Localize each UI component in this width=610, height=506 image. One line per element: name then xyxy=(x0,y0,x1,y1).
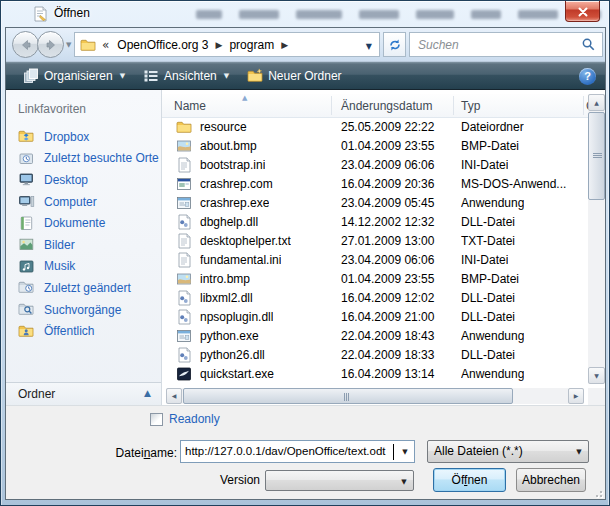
version-dropdown-icon[interactable]: ▼ xyxy=(396,472,412,489)
file-date: 23.04.2009 06:06 xyxy=(341,253,434,267)
horizontal-scroll-thumb[interactable] xyxy=(183,388,513,404)
file-date: 16.04.2009 21:00 xyxy=(341,310,434,324)
sidebar-item-computer[interactable]: Computer xyxy=(6,191,161,213)
table-row[interactable]: crashrep.com16.04.2009 20:36MS-DOS-Anwen… xyxy=(162,175,588,194)
breadcrumb[interactable]: « OpenOffice.org 3 ▶ program ▶ ▼ xyxy=(74,32,380,57)
file-type: Anwendung xyxy=(461,196,524,210)
file-name: about.bmp xyxy=(200,139,257,153)
sidebar-item-dropbox[interactable]: Dropbox xyxy=(6,126,161,148)
vertical-scroll-thumb[interactable] xyxy=(588,112,605,200)
image-file-icon xyxy=(176,271,192,287)
file-name: libxml2.dll xyxy=(200,291,253,305)
forward-button[interactable] xyxy=(37,31,64,58)
scroll-left-icon[interactable]: ◀ xyxy=(166,388,182,404)
sidebar-item-desktop[interactable]: Desktop xyxy=(6,169,161,191)
search-input[interactable]: Suchen xyxy=(409,32,603,57)
close-button[interactable] xyxy=(565,1,600,22)
help-button[interactable]: ? xyxy=(579,68,596,85)
new-folder-button[interactable]: Neuer Ordner xyxy=(238,65,350,87)
sidebar-item-label: Dropbox xyxy=(44,130,89,144)
computer-icon xyxy=(18,193,35,210)
sidebar-item-label: Öffentlich xyxy=(44,324,94,338)
sidebar-item-zuletzt-besuchte-orte[interactable]: Zuletzt besuchte Orte xyxy=(6,148,161,170)
column-header-date[interactable]: Änderungsdatum xyxy=(341,99,432,113)
sidebar-item-label: Musik xyxy=(44,259,75,273)
scroll-right-icon[interactable]: ▶ xyxy=(568,388,584,404)
readonly-checkbox[interactable] xyxy=(150,413,163,426)
filename-dropdown-icon[interactable]: ▼ xyxy=(397,442,413,461)
column-header-name[interactable]: Name xyxy=(174,99,206,113)
search-icon[interactable] xyxy=(581,37,596,56)
sidebar-item-suchvorgänge[interactable]: Suchvorgänge xyxy=(6,299,161,321)
file-name: python.exe xyxy=(200,329,259,343)
breadcrumb-separator-icon[interactable]: ▶ xyxy=(209,40,230,50)
table-row[interactable]: intro.bmp01.04.2009 23:55BMP-Datei xyxy=(162,270,588,289)
breadcrumb-item[interactable]: OpenOffice.org 3 xyxy=(111,38,208,52)
table-row[interactable]: resource25.05.2009 22:22Dateiordner xyxy=(162,118,588,137)
refresh-button[interactable] xyxy=(383,32,406,57)
filetype-dropdown-icon[interactable]: ▼ xyxy=(571,442,587,461)
column-divider[interactable] xyxy=(453,96,454,115)
file-type: INI-Datei xyxy=(461,253,508,267)
table-row[interactable]: python26.dll22.04.2009 18:33DLL-Datei xyxy=(162,346,588,365)
filetype-select[interactable]: Alle Dateien (*.*) ▼ xyxy=(427,440,589,463)
table-row[interactable]: desktophelper.txt27.01.2009 13:00TXT-Dat… xyxy=(162,232,588,251)
horizontal-scrollbar[interactable]: ◀ ▶ xyxy=(166,388,584,404)
breadcrumb-item[interactable]: program xyxy=(229,38,274,52)
history-dropdown-icon[interactable]: ▼ xyxy=(66,41,71,49)
filetype-value: Alle Dateien (*.*) xyxy=(434,444,523,458)
chevron-down-icon: ▼ xyxy=(120,72,125,80)
table-row[interactable]: about.bmp01.04.2009 23:55BMP-Datei xyxy=(162,137,588,156)
file-date: 27.01.2009 13:00 xyxy=(341,234,434,248)
organize-button[interactable]: Organisieren ▼ xyxy=(14,65,134,87)
version-select[interactable]: ▼ xyxy=(265,470,414,491)
resize-grip-icon[interactable] xyxy=(592,487,602,497)
back-button[interactable] xyxy=(12,31,39,58)
table-row[interactable]: npsoplugin.dll16.04.2009 21:00DLL-Datei xyxy=(162,308,588,327)
dll-file-icon xyxy=(176,347,192,363)
scroll-down-icon[interactable]: ▼ xyxy=(588,367,605,384)
filename-value[interactable]: http://127.0.0.1/dav/OpenOffice/text.odt xyxy=(185,445,386,457)
column-header-type[interactable]: Typ xyxy=(461,99,480,113)
column-divider[interactable] xyxy=(583,96,584,115)
sidebar-item-label: Computer xyxy=(44,195,97,209)
cancel-button[interactable]: Abbrechen xyxy=(516,468,586,492)
version-label: Version xyxy=(220,473,254,487)
column-divider[interactable] xyxy=(331,96,332,115)
folders-expander[interactable]: Ordner ▲ xyxy=(6,382,161,405)
views-button[interactable]: Ansichten ▼ xyxy=(134,65,238,87)
text-file-icon xyxy=(176,233,192,249)
titlebar[interactable]: Öffnen xyxy=(1,1,609,27)
file-type: BMP-Datei xyxy=(461,139,519,153)
file-name: quickstart.exe xyxy=(200,367,274,381)
table-row[interactable]: libxml2.dll16.04.2009 12:02DLL-Datei xyxy=(162,289,588,308)
open-button[interactable]: Öffnen xyxy=(433,468,506,492)
file-type: DLL-Datei xyxy=(461,348,515,362)
table-row[interactable]: crashrep.exe23.04.2009 05:45Anwendung xyxy=(162,194,588,213)
table-row[interactable]: fundamental.ini23.04.2009 06:06INI-Datei xyxy=(162,251,588,270)
scroll-up-icon[interactable]: ▲ xyxy=(588,94,605,111)
vertical-scrollbar[interactable]: ▲ ▼ xyxy=(588,94,605,384)
sidebar-item-bilder[interactable]: Bilder xyxy=(6,234,161,256)
folders-label: Ordner xyxy=(18,387,55,401)
breadcrumb-separator-icon[interactable]: ▶ xyxy=(274,40,295,50)
documents-icon xyxy=(18,215,35,232)
views-label: Ansichten xyxy=(164,69,217,83)
file-type: DLL-Datei xyxy=(461,215,515,229)
file-date: 01.04.2009 23:55 xyxy=(341,272,434,286)
table-row[interactable]: dbghelp.dll14.12.2002 12:32DLL-Datei xyxy=(162,213,588,232)
sidebar-item-zuletzt-geändert[interactable]: Zuletzt geändert xyxy=(6,277,161,299)
sidebar-item-öffentlich[interactable]: Öffentlich xyxy=(6,320,161,342)
file-date: 16.04.2009 20:36 xyxy=(341,177,434,191)
sidebar-item-dokumente[interactable]: Dokumente xyxy=(6,212,161,234)
table-row[interactable]: bootstrap.ini23.04.2009 06:06INI-Datei xyxy=(162,156,588,175)
breadcrumb-overflow-chevron[interactable]: « xyxy=(100,38,111,52)
readonly-label[interactable]: Readonly xyxy=(169,412,220,426)
breadcrumb-dropdown-icon[interactable]: ▼ xyxy=(366,42,372,51)
table-row[interactable]: quickstart.exe16.04.2009 13:14Anwendung xyxy=(162,365,588,384)
sidebar-item-musik[interactable]: Musik xyxy=(6,256,161,278)
filename-input[interactable]: http://127.0.0.1/dav/OpenOffice/text.odt… xyxy=(180,440,415,463)
table-row[interactable]: python.exe22.04.2009 18:43Anwendung xyxy=(162,327,588,346)
form-panel: Readonly Dateiname: http://127.0.0.1/dav… xyxy=(6,405,605,499)
organize-label: Organisieren xyxy=(44,69,113,83)
